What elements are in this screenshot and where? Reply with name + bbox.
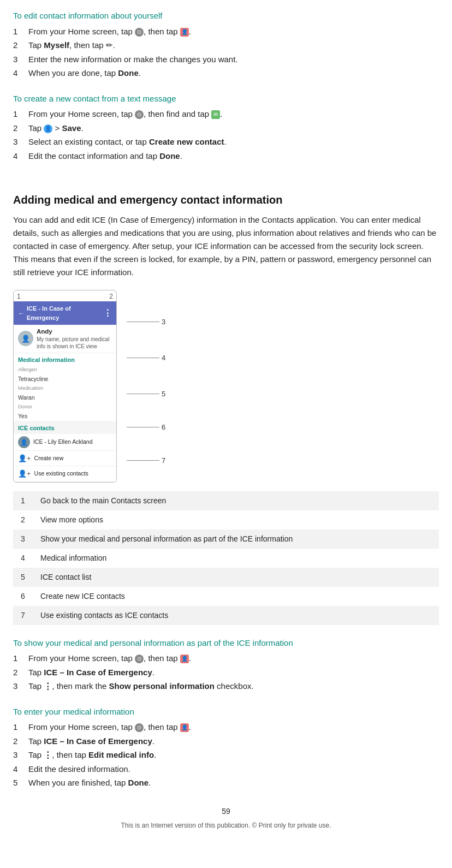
table-row-num: 6	[13, 587, 33, 606]
table-row-num: 7	[13, 606, 33, 625]
edit-icon: ✏	[106, 40, 113, 50]
step-1-3: 3 Enter the new information or make the …	[13, 53, 439, 66]
more-options-icon: ⋮	[103, 307, 112, 320]
callout-line-5: 5	[127, 385, 165, 402]
step-4-5: 5 When you are finished, tap Done.	[13, 777, 439, 789]
allergy-value: Tetracycline	[14, 374, 116, 384]
person-row: 👤 Andy My name, picture and medical info…	[14, 325, 116, 353]
callout-num-2: 2	[109, 292, 113, 301]
medication-label: Medication	[14, 384, 116, 393]
phone-header-title: ICE - In Case of Emergency	[27, 304, 103, 322]
phone-header: ← ICE - In Case of Emergency ⋮	[14, 301, 116, 325]
callout-line-3: 3	[127, 313, 165, 330]
page-number: 59	[13, 806, 439, 817]
section4-heading: To enter your medical information	[13, 706, 439, 718]
table-row-desc: Medical information	[33, 549, 439, 568]
table-row-desc: Show your medical and personal informati…	[33, 530, 439, 549]
contacts-icon: 👤	[180, 28, 189, 37]
step-2-1: 1 From your Home screen, tap ⊙, then fin…	[13, 108, 439, 121]
callout-dash-4	[127, 358, 159, 358]
callout-label-7: 7	[162, 455, 165, 466]
ice-contact-lily: 👤 ICE - Lily Ellen Ackland	[14, 434, 116, 451]
main-para: You can add and edit ICE (In Case of Eme…	[13, 213, 439, 279]
table-row-num: 2	[13, 510, 33, 530]
ice-diagram: 1 2 ← ICE - In Case of Emergency ⋮ 👤 And…	[13, 290, 439, 483]
section3: To show your medical and personal inform…	[13, 637, 439, 693]
footer-note: This is an Internet version of this publ…	[13, 821, 439, 830]
table-row-desc: Go back to the main Contacts screen	[33, 491, 439, 510]
step-2-3: 3 Select an existing contact, or tap Cre…	[13, 136, 439, 148]
main-heading: Adding medical and emergency contact inf…	[13, 192, 439, 208]
step-4-2: 2 Tap ICE – In Case of Emergency.	[13, 735, 439, 748]
create-new-label: Create new	[34, 454, 64, 463]
table-row: 7Use existing contacts as ICE contacts	[13, 606, 439, 625]
ice-create-new: 👤+ Create new	[14, 451, 116, 467]
ice-contacts-label: ICE contacts	[14, 421, 116, 434]
step-3-2: 2 Tap ICE – In Case of Emergency.	[13, 667, 439, 679]
table-row: 3Show your medical and personal informat…	[13, 530, 439, 549]
step-1-2: 2 Tap Myself, then tap ✏.	[13, 39, 439, 52]
avatar: 👤	[18, 331, 33, 346]
person-info: Andy My name, picture and medical info i…	[37, 328, 112, 350]
callout-line-7: 7	[127, 451, 165, 469]
section2-steps: 1 From your Home screen, tap ⊙, then fin…	[13, 108, 439, 162]
callout-dash-6	[127, 427, 159, 427]
callout-line-4: 4	[127, 346, 165, 369]
person-name: Andy	[37, 328, 112, 336]
table-row: 6Create new ICE contacts	[13, 587, 439, 606]
table-row-desc: View more options	[33, 510, 439, 530]
callout-line-6: 6	[127, 418, 165, 436]
table-row-num: 5	[13, 568, 33, 587]
callout-num-1: 1	[17, 292, 21, 301]
contact-add-icon: 👤	[44, 124, 52, 133]
donor-value: Yes	[14, 412, 116, 421]
home-icon2: ⊙	[135, 110, 144, 119]
section2-heading: To create a new contact from a text mess…	[13, 93, 439, 105]
use-existing-icon: 👤+	[18, 468, 31, 479]
contacts-icon4: 👤	[180, 723, 189, 732]
table-row-desc: ICE contact list	[33, 568, 439, 587]
table-row: 4Medical information	[13, 549, 439, 568]
create-new-icon: 👤+	[18, 453, 31, 464]
callout-label-5: 5	[162, 389, 165, 400]
reference-table: 1Go back to the main Contacts screen2Vie…	[13, 491, 439, 625]
section1-steps: 1 From your Home screen, tap ⊙, then tap…	[13, 26, 439, 80]
section1: To edit contact information about yourse…	[13, 10, 439, 80]
callout-dash-3	[127, 322, 159, 322]
table-row-desc: Create new ICE contacts	[33, 587, 439, 606]
message-icon: ✉	[211, 110, 220, 119]
callout-dash-7	[127, 460, 159, 461]
step-1-1: 1 From your Home screen, tap ⊙, then tap…	[13, 26, 439, 38]
ice-use-existing: 👤+ Use existing contacts	[14, 466, 116, 482]
callout-label-3: 3	[162, 317, 165, 328]
person-sub: My name, picture and medical info is sho…	[37, 336, 112, 350]
section3-steps: 1 From your Home screen, tap ⊙, then tap…	[13, 652, 439, 693]
step-3-3: 3 Tap ⋮, then mark the Show personal inf…	[13, 680, 439, 693]
section2: To create a new contact from a text mess…	[13, 93, 439, 163]
step-1-4: 4 When you are done, tap Done.	[13, 67, 439, 80]
home-icon4: ⊙	[135, 723, 144, 732]
table-row-num: 3	[13, 530, 33, 549]
callout-dash-5	[127, 394, 159, 394]
step-3-1: 1 From your Home screen, tap ⊙, then tap…	[13, 652, 439, 665]
section4-steps: 1 From your Home screen, tap ⊙, then tap…	[13, 721, 439, 789]
medication-value: Waran	[14, 393, 116, 403]
step-4-1: 1 From your Home screen, tap ⊙, then tap…	[13, 721, 439, 734]
medical-label: Medical information	[14, 353, 116, 366]
callout-lines: 3 4 5 6 7	[127, 290, 165, 483]
contacts-icon3: 👤	[180, 655, 189, 663]
ice-avatar: 👤	[18, 436, 30, 448]
callout-label-4: 4	[162, 353, 165, 364]
table-row: 2View more options	[13, 510, 439, 530]
step-4-3: 3 Tap ⋮, then tap Edit medical info.	[13, 749, 439, 762]
home-icon: ⊙	[135, 28, 144, 37]
allergy-label: Allergen	[14, 365, 116, 374]
table-row: 5ICE contact list	[13, 568, 439, 587]
table-row: 1Go back to the main Contacts screen	[13, 491, 439, 510]
home-icon3: ⊙	[135, 655, 144, 663]
ice-contact-name: ICE - Lily Ellen Ackland	[33, 438, 93, 447]
use-existing-label: Use existing contacts	[34, 469, 88, 478]
section1-heading: To edit contact information about yourse…	[13, 10, 439, 22]
table-row-desc: Use existing contacts as ICE contacts	[33, 606, 439, 625]
step-2-4: 4 Edit the contact information and tap D…	[13, 150, 439, 163]
